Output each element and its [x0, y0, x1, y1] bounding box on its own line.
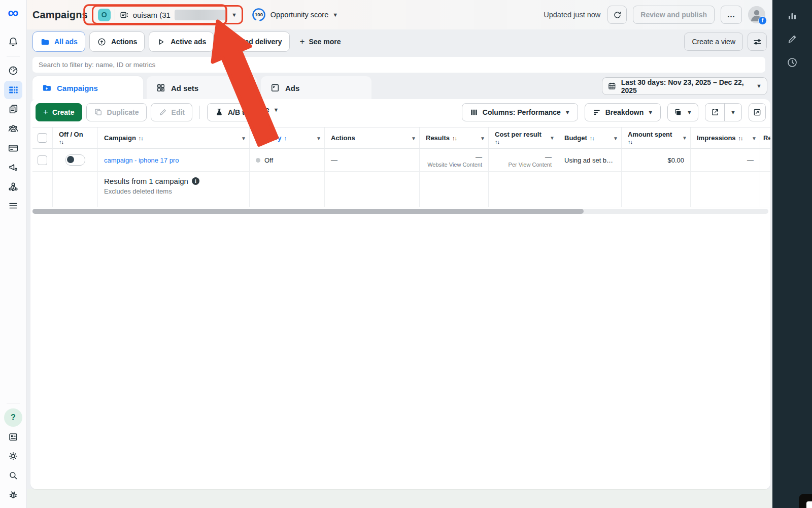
row-checkbox[interactable]	[38, 155, 47, 165]
column-menu-caret[interactable]: ▼	[316, 135, 321, 141]
reports-button[interactable]: ▼	[667, 103, 698, 121]
promotions-megaphone-icon[interactable]	[4, 158, 22, 176]
horizontal-scrollbar-thumb[interactable]	[32, 209, 584, 214]
cell-budget: Using ad set bu...	[558, 149, 622, 172]
rail-divider	[7, 56, 20, 56]
summary-empty-cell	[622, 172, 691, 207]
search-icon[interactable]	[4, 466, 22, 485]
business-assets-icon[interactable]	[4, 177, 22, 196]
column-menu-caret[interactable]: ▼	[411, 135, 416, 141]
column-menu-caret[interactable]: ▼	[752, 135, 757, 141]
campaign-name-link[interactable]: campaign - iphone 17 pro	[104, 156, 179, 164]
column-menu-caret[interactable]: ▼	[613, 135, 618, 141]
sort-icon[interactable]: ↑↓	[590, 135, 594, 141]
tab-ads[interactable]: Ads	[261, 76, 371, 100]
plus-icon: +	[43, 107, 48, 117]
whats-new-icon[interactable]	[4, 428, 22, 446]
reports-icon	[673, 108, 683, 117]
horizontal-scrollbar-track	[32, 209, 768, 214]
create-button[interactable]: + Create	[36, 103, 82, 121]
date-range-selector[interactable]: Last 30 days: Nov 23, 2025 – Dec 22, 202…	[602, 77, 767, 95]
tab-campaigns[interactable]: Campaigns	[32, 76, 143, 100]
folder-icon	[40, 37, 50, 47]
audiences-people-icon[interactable]	[4, 119, 22, 138]
search-input[interactable]	[32, 61, 765, 69]
history-clock-icon[interactable]	[785, 55, 800, 70]
summary-empty-cell	[250, 172, 325, 207]
toolbar-left-group: + Create Duplicate Edit A/B test	[36, 103, 262, 121]
info-icon[interactable]: i	[192, 177, 199, 185]
right-tools-rail	[772, 0, 812, 508]
more-actions-button[interactable]: More ▼	[252, 106, 279, 114]
sort-icon[interactable]: ↑↓	[628, 139, 632, 145]
column-menu-caret[interactable]: ▼	[682, 135, 687, 141]
avatar[interactable]: f	[748, 6, 765, 23]
export-options-caret[interactable]: ▼	[724, 104, 741, 121]
toolbar-divider	[199, 106, 200, 119]
sort-icon[interactable]: ↑↓	[59, 139, 63, 145]
columns-icon	[469, 108, 479, 117]
breakdown-button[interactable]: Breakdown ▼	[585, 103, 661, 121]
col-header-actions[interactable]: Actions ▼	[325, 128, 420, 149]
columns-button[interactable]: Columns: Performance ▼	[462, 103, 578, 121]
pages-icon[interactable]	[4, 100, 22, 118]
col-header-campaign[interactable]: Campaign ↑↓ ▼	[98, 128, 250, 149]
edit-button[interactable]: Edit	[151, 103, 192, 121]
expand-chart-button[interactable]	[749, 103, 766, 121]
insights-chart-icon[interactable]	[785, 8, 800, 23]
notifications-bell-icon[interactable]	[4, 33, 22, 51]
sort-icon[interactable]: ↑↓	[738, 135, 743, 141]
col-header-cost-per-result[interactable]: Cost per result ↑↓ ▼	[489, 128, 558, 149]
pencil-icon	[158, 108, 167, 117]
sort-icon[interactable]: ↑↓	[139, 135, 143, 141]
col-header-budget[interactable]: Budget ↑↓ ▼	[558, 128, 622, 149]
ads-manager-grid-icon[interactable]	[4, 81, 22, 99]
billing-card-icon[interactable]	[4, 139, 22, 157]
col-header-amount-spent[interactable]: Amount spent ↑↓ ▼	[622, 128, 691, 149]
account-overview-gauge-icon[interactable]	[4, 61, 22, 80]
ad-account-selector[interactable]: O ouisam (31 ▼	[92, 5, 243, 24]
settings-gear-icon[interactable]	[4, 447, 22, 465]
arrow-up-circle-icon	[97, 37, 107, 47]
create-a-view-button[interactable]: Create a view	[684, 33, 743, 51]
all-tools-menu-icon[interactable]	[4, 197, 22, 215]
duplicate-button[interactable]: Duplicate	[86, 103, 147, 121]
row-toggle-cell	[53, 149, 98, 172]
more-options-button[interactable]: …	[721, 6, 742, 24]
select-all-checkbox[interactable]	[38, 133, 47, 143]
view-controls: Create a view	[684, 33, 767, 51]
edit-pencil-icon[interactable]	[785, 31, 800, 47]
opportunity-gauge-icon: 100	[251, 7, 266, 22]
campaign-off-toggle[interactable]	[65, 154, 85, 166]
export-button[interactable]	[705, 104, 724, 121]
opportunity-score-label: Opportunity score	[270, 11, 328, 19]
column-menu-caret[interactable]: ▼	[480, 135, 485, 141]
tab-ad-sets[interactable]: Ad sets	[147, 76, 257, 100]
filter-chip-had-delivery[interactable]: Had delivery	[218, 31, 289, 52]
cost-type-label: Per View Content	[509, 162, 552, 168]
review-and-publish-button[interactable]: Review and publish	[633, 6, 715, 24]
filter-chip-active-ads[interactable]: Active ads	[149, 31, 214, 52]
col-header-off-on[interactable]: Off / On ↑↓	[53, 128, 98, 149]
cell-actions: —	[325, 149, 420, 172]
col-header-impressions[interactable]: Impressions ↑↓ ▼	[691, 128, 760, 149]
column-menu-caret[interactable]: ▼	[241, 135, 246, 141]
col-header-delivery[interactable]: Delivery ↑ ▼	[250, 128, 325, 149]
filter-chip-all-ads[interactable]: All ads	[32, 31, 85, 52]
chevron-down-icon: ▼	[687, 110, 692, 115]
sort-asc-icon[interactable]: ↑	[284, 135, 287, 141]
sort-icon[interactable]: ↑↓	[495, 139, 499, 145]
opportunity-score[interactable]: 100 Opportunity score ▼	[251, 7, 338, 22]
flask-icon	[215, 108, 224, 117]
chevron-down-icon: ▼	[730, 110, 736, 115]
sort-icon[interactable]: ↑↓	[452, 135, 457, 141]
column-menu-caret[interactable]: ▼	[550, 135, 555, 141]
see-more-filters[interactable]: + See more	[300, 37, 341, 47]
col-header-clipped[interactable]: Re	[760, 128, 770, 149]
report-bug-icon[interactable]	[4, 486, 22, 504]
view-settings-sliders-icon[interactable]	[748, 33, 767, 51]
help-icon[interactable]: ?	[4, 408, 22, 427]
refresh-button[interactable]	[607, 6, 627, 24]
filter-chip-actions[interactable]: Actions	[89, 31, 145, 52]
col-header-results[interactable]: Results ↑↓ ▼	[420, 128, 489, 149]
